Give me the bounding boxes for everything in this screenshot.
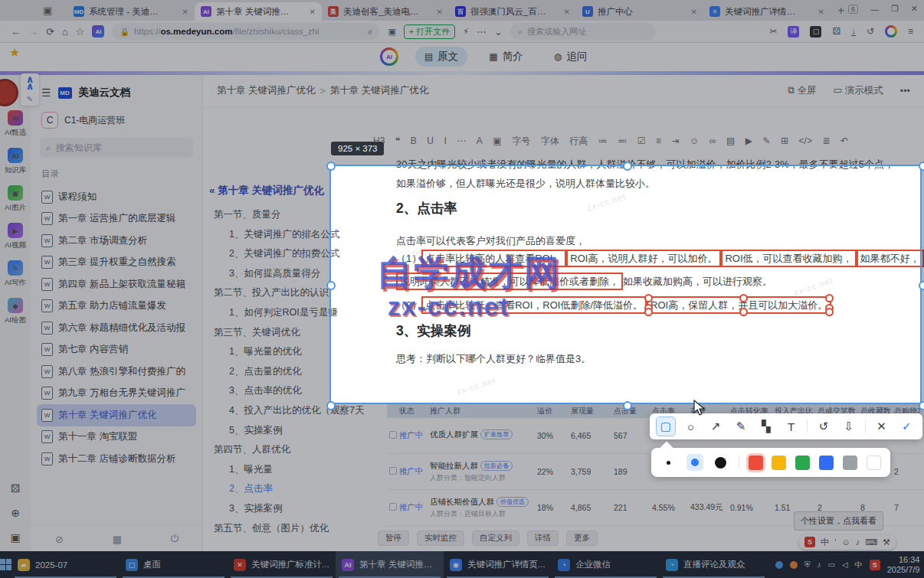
color-gray-swatch[interactable] — [843, 456, 857, 470]
tree-chapter-item[interactable]: W 第五章 助力店铺流量爆发 — [37, 296, 196, 318]
translate-extension-icon[interactable]: 译 — [788, 26, 799, 38]
back-button[interactable]: ← — [11, 26, 21, 38]
toc-item[interactable]: 第五节、创意（图片）优化 — [203, 519, 364, 539]
toc-title[interactable]: « 第十章 关键词推广优化 — [209, 184, 364, 198]
page-url[interactable]: https://os.medeyun.com/file/zhishiku/cla… — [134, 27, 319, 36]
rail-item[interactable]: ◆ AI绘图 — [5, 298, 26, 325]
annotation-rect-selected[interactable]: ROI高，保留人群，并且可以加大溢价。 — [647, 296, 831, 314]
window-minimize-button[interactable]: — — [870, 5, 879, 14]
toc-item[interactable]: 第三节、关键词优化 — [203, 323, 364, 343]
breadcrumb-parent[interactable]: 第十章 关键词推广优化 — [217, 84, 315, 97]
collapse-chevrons-icon[interactable]: ∧∧ — [26, 76, 34, 90]
editor-tool-icon[interactable]: ⊞ — [781, 136, 788, 146]
sogou-logo-icon[interactable]: S — [804, 537, 815, 547]
browser-logo-icon[interactable] — [885, 25, 897, 38]
tree-chapter-item[interactable]: W 第六章 标题精细优化及活动报 — [37, 317, 196, 339]
url-field[interactable]: 🔒 https://os.medeyun.com/file/zhishiku/c… — [112, 23, 380, 40]
rail-item[interactable]: ▶ AI视频 — [5, 223, 26, 250]
row-checkbox[interactable] — [389, 503, 397, 511]
selection-handle[interactable] — [919, 281, 924, 290]
toc-item[interactable]: 3、点击率的优化 — [203, 381, 364, 401]
tab-close-icon[interactable]: ✕ — [310, 8, 316, 16]
selection-handle[interactable] — [919, 162, 924, 171]
reader-extension-icon[interactable]: ▢ — [810, 26, 821, 38]
toc-collapse-icon[interactable]: « — [209, 185, 215, 196]
tab-close-icon[interactable]: ✕ — [182, 8, 188, 16]
snip-pin-icon[interactable]: ✎ — [27, 95, 33, 103]
confirm-capture-button[interactable]: ✓ — [897, 417, 916, 436]
toc-item[interactable]: 1、关键词推广的排名公式 — [203, 225, 364, 245]
tray-icon[interactable] — [790, 561, 798, 569]
tray-icon[interactable]: ⛨ — [804, 560, 811, 570]
toc-item[interactable]: 1、曝光量的优化 — [203, 342, 364, 362]
tree-chapter-item[interactable]: W 第八章 热浪引擎和付费推广的 — [37, 361, 196, 383]
ime-emoji-icon[interactable]: ☺ — [841, 537, 850, 547]
ime-voice-icon[interactable]: ♪ — [856, 537, 860, 547]
tree-search-input[interactable]: ⌕ 搜索知识库 — [40, 138, 193, 158]
tree-chapter-item[interactable]: W 第一章 运营推广的底层逻辑 — [37, 208, 196, 230]
ime-punct-icon[interactable]: ’ — [834, 537, 836, 547]
tray-icon[interactable] — [775, 561, 783, 569]
tab-close-icon[interactable]: ✕ — [564, 8, 570, 16]
editor-tool-icon[interactable]: ▤ — [726, 136, 735, 146]
stroke-small-option[interactable] — [660, 454, 677, 471]
tray-icon[interactable]: ▭ — [828, 560, 835, 569]
selection-handle[interactable] — [919, 401, 924, 410]
tree-chapter-item[interactable]: W 课程须知 — [37, 186, 196, 208]
rail-item[interactable]: AI 知识库 — [5, 148, 27, 175]
image-mode-icon[interactable]: ▣ — [388, 27, 395, 37]
editor-tool-icon[interactable]: ⋯ — [457, 136, 466, 146]
tree-bottom-icon[interactable]: ⊘ — [55, 534, 64, 545]
editor-tool-icon[interactable]: ▣ — [493, 136, 501, 146]
tray-icon[interactable]: ♪ — [818, 560, 821, 569]
taskbar-app[interactable]: ◔ 企业微信 — [552, 551, 660, 578]
browser-tab[interactable]: AI 第十章 关键词推广优化 ✕ — [195, 2, 322, 21]
window-layout-icon[interactable]: ▣ — [43, 5, 52, 16]
toc-item[interactable]: 2、点击率 — [203, 479, 364, 499]
tree-bottom-icon[interactable]: ⏻ — [171, 533, 179, 545]
color-yellow-swatch[interactable] — [772, 456, 786, 470]
present-mode-button[interactable]: ▭ 演示模式 — [834, 84, 883, 97]
toc-item[interactable]: 第二节、投入产出比的认识 — [203, 283, 364, 303]
editor-tool-icon[interactable]: 行高 — [569, 135, 588, 148]
viewer-tab[interactable]: ◍ 追问 — [545, 47, 596, 67]
editor-tool-icon[interactable]: ∞ — [709, 136, 716, 146]
editor-tool-icon[interactable]: ☑ — [637, 136, 646, 146]
pen-tool[interactable]: ✎ — [732, 417, 750, 436]
toc-item[interactable]: 2、点击量的优化 — [203, 362, 364, 382]
editor-tool-icon[interactable]: ≔ — [598, 136, 608, 146]
viewer-tab[interactable]: ▦ 简介 — [480, 47, 532, 67]
tree-bottom-icon[interactable]: ▦ — [113, 534, 122, 545]
text-tool[interactable]: T — [782, 417, 801, 436]
color-white-swatch[interactable] — [867, 456, 881, 470]
tree-chapter-item[interactable]: W 第七章 内容营销 — [37, 339, 196, 361]
arrow-tool[interactable]: ↗ — [706, 417, 725, 436]
taskbar-clock[interactable]: 16:34 2025/7/9 — [887, 555, 924, 575]
report-action-button[interactable]: 自定义列 — [472, 531, 519, 546]
extensions-icon[interactable]: ⚄ — [832, 26, 840, 37]
workspace-switcher[interactable]: C C1-电商运营班 — [41, 112, 202, 129]
selection-handle[interactable] — [623, 401, 632, 410]
reload-button[interactable]: ⟳ — [46, 26, 54, 38]
toc-item[interactable]: 1、曝光量 — [203, 460, 364, 480]
history-icon[interactable]: ↺ — [867, 26, 874, 37]
report-action-button[interactable]: 暂停 — [378, 531, 409, 546]
tray-icon[interactable]: ◁ — [842, 560, 848, 569]
editor-tool-icon[interactable]: ❝ — [395, 136, 400, 146]
mosaic-tool[interactable]: ▚ — [757, 417, 775, 436]
stroke-large-option[interactable] — [713, 454, 729, 471]
editor-tool-icon[interactable]: U — [427, 136, 434, 146]
row-checkbox[interactable] — [389, 431, 397, 439]
color-blue-swatch[interactable] — [819, 456, 834, 470]
tree-chapter-item[interactable]: W 第十二章 店铺诊断数据分析 — [37, 448, 196, 470]
editor-tool-icon[interactable]: ≕ — [618, 136, 627, 146]
report-action-button[interactable]: 详情 — [527, 531, 559, 546]
tab-close-icon[interactable]: ✕ — [818, 8, 824, 16]
editor-tool-icon[interactable]: ▶ — [745, 136, 752, 146]
taskbar-app[interactable]: ▰ 2025-07 — [11, 551, 120, 578]
rect-tool[interactable]: ▢ — [657, 417, 675, 436]
undo-tool[interactable]: ↺ — [814, 417, 833, 436]
fullscreen-button[interactable]: ⧉ 全屏 — [788, 84, 816, 97]
tree-chapter-item[interactable]: W 第十章 关键词推广优化 — [37, 404, 196, 426]
downloads-icon[interactable]: ↓ — [851, 28, 856, 36]
